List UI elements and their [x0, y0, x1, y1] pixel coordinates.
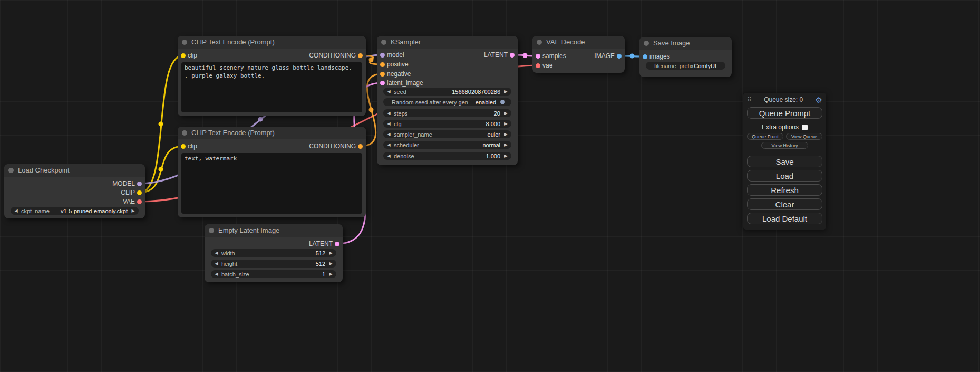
slot-dot-clip[interactable] — [181, 144, 186, 149]
scheduler-widget[interactable]: ◀ scheduler normal ▶ — [383, 141, 511, 149]
width-widget[interactable]: ◀ width 512 ▶ — [211, 249, 336, 257]
increment-arrow-icon[interactable]: ▶ — [328, 261, 334, 266]
increment-arrow-icon[interactable]: ▶ — [130, 208, 136, 213]
steps-widget[interactable]: ◀ steps 20 ▶ — [383, 109, 511, 117]
increment-arrow-icon[interactable]: ▶ — [503, 154, 509, 158]
decrement-arrow-icon[interactable]: ◀ — [13, 208, 19, 213]
slot-dot-image[interactable] — [617, 54, 622, 59]
decrement-arrow-icon[interactable]: ◀ — [214, 251, 219, 255]
negative-prompt-textarea[interactable]: text, watermark — [181, 153, 362, 214]
random-seed-toggle-widget[interactable]: Random seed after every gen enabled — [383, 98, 511, 106]
queue-front-button[interactable]: Queue Front — [747, 133, 783, 140]
input-slot-clip[interactable]: clip — [188, 142, 197, 150]
collapse-toggle-icon[interactable] — [182, 40, 187, 45]
input-slot-samples[interactable]: samples — [542, 52, 566, 60]
slot-dot-latent[interactable] — [510, 53, 515, 58]
collapse-toggle-icon[interactable] — [209, 228, 214, 233]
node-titlebar[interactable]: KSampler — [377, 36, 518, 49]
slot-dot-image[interactable] — [643, 54, 647, 59]
slot-dot-conditioning[interactable] — [358, 53, 363, 58]
slot-dot-vae[interactable] — [536, 63, 540, 68]
increment-arrow-icon[interactable]: ▶ — [503, 111, 509, 116]
input-slot-images[interactable]: images — [649, 52, 670, 61]
slot-dot-latent[interactable] — [380, 81, 385, 85]
load-default-button[interactable]: Load Default — [747, 213, 822, 224]
view-queue-button[interactable]: View Queue — [786, 133, 822, 140]
input-slot-latent-image[interactable]: latent_image — [387, 79, 423, 87]
refresh-button[interactable]: Refresh — [747, 184, 822, 196]
slot-dot-vae[interactable] — [137, 199, 142, 204]
node-titlebar[interactable]: VAE Decode — [532, 36, 625, 49]
drag-handle-icon[interactable]: ⠿ — [747, 96, 752, 103]
batch-size-widget[interactable]: ◀ batch_size 1 ▶ — [211, 270, 336, 278]
seed-widget[interactable]: ◀ seed 156680208700286 ▶ — [383, 88, 511, 96]
decrement-arrow-icon[interactable]: ◀ — [386, 111, 392, 116]
increment-arrow-icon[interactable]: ▶ — [328, 251, 334, 255]
slot-dot-model[interactable] — [137, 182, 142, 186]
node-clip-text-encode-negative[interactable]: CLIP Text Encode (Prompt) clip CONDITION… — [178, 127, 366, 217]
cfg-widget[interactable]: ◀ cfg 8.000 ▶ — [383, 120, 511, 128]
positive-prompt-textarea[interactable]: beautiful scenery nature glass bottle la… — [181, 62, 362, 112]
node-load-checkpoint[interactable]: Load Checkpoint MODEL CLIP VAE ◀ ckpt_na… — [4, 164, 145, 218]
height-widget[interactable]: ◀ height 512 ▶ — [211, 260, 336, 268]
toggle-knob-icon[interactable] — [500, 100, 505, 104]
decrement-arrow-icon[interactable]: ◀ — [214, 261, 219, 266]
increment-arrow-icon[interactable]: ▶ — [503, 89, 509, 94]
slot-dot-clip[interactable] — [137, 190, 142, 195]
ckpt-name-widget[interactable]: ◀ ckpt_name v1-5-pruned-emaonly.ckpt ▶ — [11, 207, 139, 215]
increment-arrow-icon[interactable]: ▶ — [503, 132, 509, 137]
load-button[interactable]: Load — [747, 170, 822, 182]
output-slot-conditioning[interactable]: CONDITIONING — [309, 51, 356, 60]
collapse-toggle-icon[interactable] — [8, 168, 14, 173]
output-slot-model[interactable]: MODEL — [112, 179, 135, 188]
node-ksampler[interactable]: KSampler model positive negative latent_… — [377, 36, 518, 165]
increment-arrow-icon[interactable]: ▶ — [328, 272, 334, 276]
decrement-arrow-icon[interactable]: ◀ — [386, 89, 392, 94]
node-clip-text-encode-positive[interactable]: CLIP Text Encode (Prompt) clip CONDITION… — [178, 36, 366, 116]
node-empty-latent-image[interactable]: Empty Latent Image LATENT ◀ width 512 ▶ … — [205, 224, 343, 282]
decrement-arrow-icon[interactable]: ◀ — [386, 154, 392, 158]
slot-dot-clip[interactable] — [181, 53, 186, 58]
node-titlebar[interactable]: Empty Latent Image — [205, 224, 343, 237]
input-slot-clip[interactable]: clip — [188, 51, 197, 60]
node-titlebar[interactable]: CLIP Text Encode (Prompt) — [178, 127, 366, 139]
node-titlebar[interactable]: Load Checkpoint — [4, 164, 145, 177]
slot-dot-conditioning[interactable] — [380, 62, 385, 67]
filename-prefix-widget[interactable]: filename_prefix ComfyUI — [646, 62, 725, 70]
input-slot-negative[interactable]: negative — [387, 70, 411, 78]
node-save-image[interactable]: Save Image images filename_prefix ComfyU… — [639, 37, 732, 77]
slot-dot-latent[interactable] — [335, 242, 339, 246]
decrement-arrow-icon[interactable]: ◀ — [386, 121, 392, 126]
node-vae-decode[interactable]: VAE Decode samples vae IMAGE — [532, 36, 625, 73]
collapse-toggle-icon[interactable] — [381, 40, 386, 45]
node-graph-canvas[interactable]: Load Checkpoint MODEL CLIP VAE ◀ ckpt_na… — [0, 0, 980, 372]
extra-options-checkbox[interactable] — [802, 125, 808, 130]
increment-arrow-icon[interactable]: ▶ — [503, 121, 509, 126]
settings-gear-icon[interactable]: ⚙ — [816, 96, 822, 104]
slot-dot-latent[interactable] — [536, 54, 540, 59]
save-button[interactable]: Save — [747, 156, 822, 167]
view-history-button[interactable]: View History — [761, 142, 808, 149]
output-slot-latent[interactable]: LATENT — [484, 51, 508, 59]
increment-arrow-icon[interactable]: ▶ — [503, 142, 509, 147]
decrement-arrow-icon[interactable]: ◀ — [386, 132, 392, 137]
output-slot-image[interactable]: IMAGE — [594, 52, 615, 60]
slot-dot-model[interactable] — [380, 53, 385, 58]
collapse-toggle-icon[interactable] — [182, 130, 187, 136]
output-slot-clip[interactable]: CLIP — [121, 188, 135, 197]
input-slot-positive[interactable]: positive — [387, 60, 409, 69]
queue-prompt-button[interactable]: Queue Prompt — [747, 107, 822, 119]
node-titlebar[interactable]: Save Image — [639, 37, 732, 50]
input-slot-vae[interactable]: vae — [542, 61, 552, 70]
input-slot-model[interactable]: model — [387, 51, 404, 59]
slot-dot-conditioning[interactable] — [358, 144, 363, 149]
output-slot-conditioning[interactable]: CONDITIONING — [309, 142, 356, 150]
clear-button[interactable]: Clear — [747, 198, 822, 210]
sampler-name-widget[interactable]: ◀ sampler_name euler ▶ — [383, 130, 511, 138]
node-titlebar[interactable]: CLIP Text Encode (Prompt) — [178, 36, 366, 49]
output-slot-latent[interactable]: LATENT — [309, 240, 333, 248]
decrement-arrow-icon[interactable]: ◀ — [214, 272, 219, 276]
denoise-widget[interactable]: ◀ denoise 1.000 ▶ — [383, 152, 511, 160]
decrement-arrow-icon[interactable]: ◀ — [386, 142, 392, 147]
collapse-toggle-icon[interactable] — [644, 41, 649, 46]
